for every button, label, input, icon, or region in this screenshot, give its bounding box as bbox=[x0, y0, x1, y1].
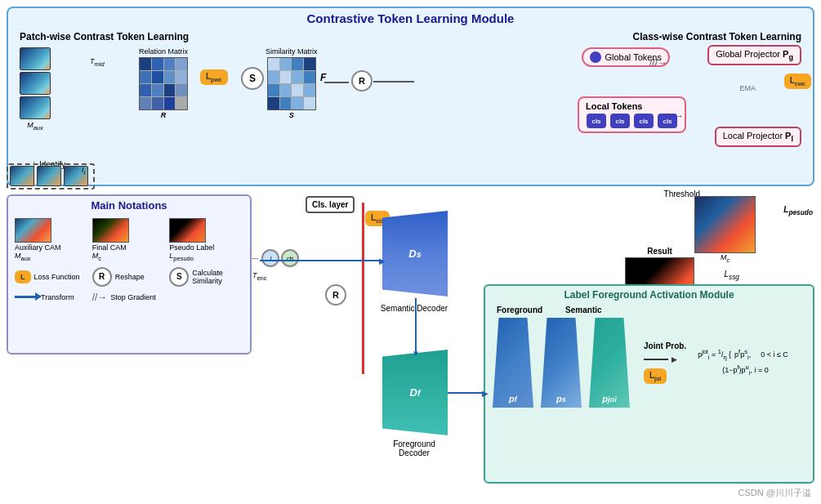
similarity-matrix-label: Similarity Matrix bbox=[265, 47, 318, 56]
aux-cam-img bbox=[15, 218, 51, 243]
semantic-decoder-label: Semantic Decoder bbox=[377, 304, 451, 313]
sim-cell bbox=[304, 58, 315, 70]
loss-label: Loss Function bbox=[34, 273, 80, 281]
notation-title: Main Notations bbox=[8, 196, 250, 215]
img-thumb-2 bbox=[20, 72, 51, 95]
relation-matrix-area: Relation Matrix R bbox=[139, 47, 188, 119]
sim-cell bbox=[280, 97, 292, 109]
reshape-circle-top: R bbox=[351, 70, 373, 91]
local-tokens-box: Local Tokens cls cls cls cls bbox=[578, 96, 686, 133]
sim-cell bbox=[304, 71, 315, 83]
fg-sem-labels: Foreground Semantic bbox=[497, 306, 810, 314]
matrix-cell bbox=[164, 84, 176, 96]
local-tokens-label: Local Tokens bbox=[586, 101, 678, 111]
tokens-to-ds-arrow bbox=[260, 260, 382, 261]
reshape-circle: R bbox=[325, 284, 346, 306]
m-aux-text: Maux bbox=[27, 121, 43, 129]
matrix-cell bbox=[164, 58, 176, 70]
notation-grid: Auxiliary CAMMaux Final CAMMc Pseudo Lab… bbox=[8, 215, 250, 306]
joint-arrow: ▶ bbox=[644, 355, 677, 364]
mc-image bbox=[694, 196, 756, 253]
dashed-box bbox=[7, 163, 95, 190]
l-pwc-area: Lpwc bbox=[200, 69, 228, 85]
pf-prism: pf bbox=[493, 318, 538, 408]
matrix-cell bbox=[140, 84, 151, 96]
matrix-cell bbox=[164, 97, 176, 109]
semantic-label: Semantic bbox=[565, 306, 601, 314]
transform-label: Transform bbox=[41, 293, 74, 301]
notation-transform: Transform bbox=[15, 292, 89, 303]
local-cls-tokens: cls cls cls cls bbox=[586, 114, 678, 128]
foreground-decoder-area: Df bbox=[382, 350, 448, 435]
sim-cell bbox=[280, 84, 292, 96]
matrix-cell bbox=[164, 71, 176, 83]
matrix-cell bbox=[176, 71, 187, 83]
foreground-decoder-label: Foreground Decoder bbox=[377, 439, 451, 457]
notation-stop-grad: //→ Stop Gradient bbox=[92, 292, 167, 303]
pseudo-label: Pseudo LabelLpesudo bbox=[169, 243, 214, 262]
m-aux-images: Maux bbox=[20, 47, 51, 132]
prism-area: pf ps pjoi Joint Prob. ▶ bbox=[493, 318, 810, 408]
cls-token-3: cls bbox=[634, 114, 654, 128]
pseudo-img bbox=[169, 218, 206, 243]
stop-grad-2: → bbox=[674, 110, 684, 122]
similarity-circle: S bbox=[241, 67, 264, 90]
sim-cell bbox=[304, 84, 315, 96]
df-to-fg-head: ▶ bbox=[482, 389, 489, 398]
module-title: Contrastive Token Learning Module bbox=[8, 8, 813, 27]
notation-similarity: S CalculateSimilarity bbox=[169, 267, 243, 287]
t-mid-label: Tmid bbox=[90, 57, 105, 68]
ps-shape: ps bbox=[541, 318, 582, 408]
matrix-cell bbox=[152, 58, 163, 70]
stop-grad-symbol: //→ bbox=[92, 292, 108, 303]
l-cwc-container: Lcwc bbox=[784, 74, 811, 89]
transform-arrow bbox=[15, 296, 38, 298]
aux-cam-label: Auxiliary CAMMaux bbox=[15, 243, 61, 262]
m-aux-label: Maux bbox=[20, 121, 51, 132]
matrix-cell bbox=[152, 84, 163, 96]
final-cam-img bbox=[92, 218, 129, 243]
notation-box: Main Notations Auxiliary CAMMaux Final C… bbox=[7, 194, 252, 355]
sim-cell bbox=[292, 97, 303, 109]
label-fg-module: Label Foreground Activation Module Foreg… bbox=[484, 284, 814, 484]
sim-cell bbox=[280, 58, 292, 70]
joint-prob-label: Joint Prob. bbox=[644, 341, 686, 350]
sim-cell bbox=[268, 71, 279, 83]
f-to-r-line bbox=[324, 82, 349, 83]
matrix-cell bbox=[152, 71, 163, 83]
formula-area: pjoii = 1/η {pfpsi,0 < i ≤ C (1−pf)pui, … bbox=[698, 347, 788, 378]
pjoi-shape: pjoi bbox=[589, 318, 630, 408]
s-label: S bbox=[265, 111, 318, 119]
token-l: l bbox=[261, 249, 279, 267]
foreground-label: Foreground bbox=[497, 306, 542, 314]
sim-cell bbox=[292, 71, 303, 83]
l-ssg-area: Lssg bbox=[724, 270, 739, 281]
ds-shape: Ds bbox=[382, 211, 448, 297]
matrix-cell bbox=[140, 97, 151, 109]
relation-matrix-label: Relation Matrix bbox=[139, 47, 188, 56]
ds-to-df-arrow bbox=[415, 298, 417, 351]
sim-cell bbox=[268, 84, 279, 96]
sim-cell bbox=[292, 58, 303, 70]
stop-grad-1: ///→ bbox=[649, 57, 667, 69]
reshape-label: Reshape bbox=[115, 273, 145, 281]
joint-prob-area: Joint Prob. ▶ Ljoi bbox=[644, 341, 686, 384]
class-wise-title: Class-wise Contrast Token Learning bbox=[633, 31, 802, 42]
ps-prism: ps bbox=[541, 318, 586, 408]
matrix-cell bbox=[140, 58, 151, 70]
stop-grad-label: Stop Gradient bbox=[110, 293, 156, 301]
l-ssg-label: Lssg bbox=[724, 270, 739, 281]
local-projector-box: Local Projector Pl bbox=[715, 127, 801, 147]
contrastive-token-module: Contrastive Token Learning Module Patch-… bbox=[7, 7, 814, 186]
sim-cell bbox=[292, 84, 303, 96]
notation-final-cam: Final CAMMc bbox=[92, 218, 167, 262]
cls-dot-global bbox=[590, 51, 601, 63]
arrow-head-right: ▶ bbox=[672, 355, 677, 364]
r-to-cw-line bbox=[373, 81, 414, 83]
similarity-symbol: S bbox=[169, 267, 189, 287]
l-joi-box-wrapper: Ljoi bbox=[644, 368, 667, 384]
tokens-to-ds-head: ▶ bbox=[379, 256, 386, 265]
notation-aux-cam: Auxiliary CAMMaux bbox=[15, 218, 89, 262]
global-projector-label: Global Projector Pg bbox=[716, 49, 793, 59]
formula-line2: (1−pf)pui, i = 0 bbox=[722, 363, 788, 378]
